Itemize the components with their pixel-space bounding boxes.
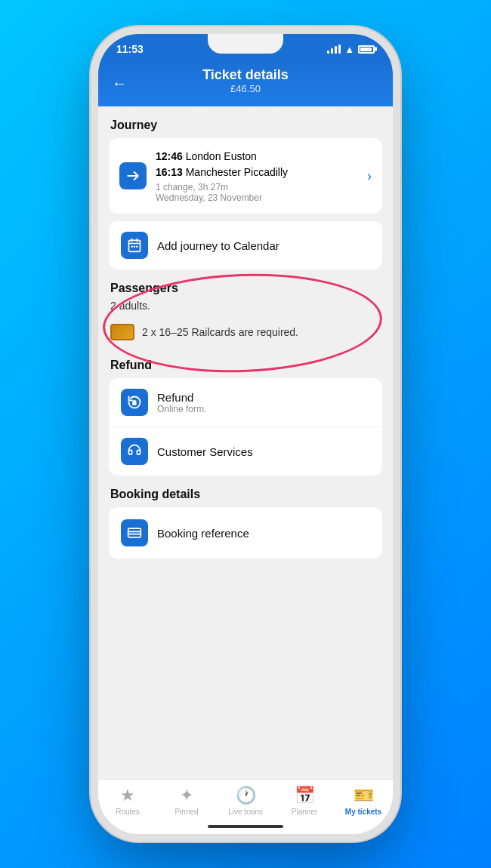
departure-station: London Euston [186, 150, 257, 162]
pinned-icon: ✦ [180, 786, 193, 805]
refund-card: £ Refund Online form. Customer [109, 378, 382, 476]
passengers-section: Passengers 2 adults. 2 x 16–25 Railcards… [109, 282, 382, 346]
journey-card[interactable]: 12:46 London Euston 16:13 Manchester Pic… [109, 138, 382, 214]
journey-chevron-icon: › [367, 168, 372, 184]
arrival-station: Manchester Piccadilly [186, 166, 288, 178]
arrival-time: 16:13 [156, 166, 183, 178]
departure-time: 12:46 [156, 150, 183, 162]
notch [208, 34, 283, 54]
status-bar: 11:53 ▲ [98, 34, 393, 60]
svg-point-1 [131, 245, 133, 248]
booking-section-title: Booking details [109, 488, 382, 501]
passengers-adults: 2 adults. [109, 300, 382, 312]
nav-live-trains[interactable]: 🕐 Live trains [223, 786, 268, 816]
nav-pinned[interactable]: ✦ Pinned [164, 786, 209, 816]
bottom-nav: ★ Routes ✦ Pinned 🕐 Live trains 📅 Planne… [98, 779, 393, 819]
main-content: Journey 12:46 London Euston 16:13 Manche… [98, 106, 393, 779]
svg-text:£: £ [133, 399, 137, 406]
battery-icon [358, 45, 375, 54]
page-title: Ticket details [113, 67, 378, 83]
calendar-icon [121, 232, 148, 259]
nav-planner-label: Planner [292, 808, 317, 816]
time-display: 11:53 [116, 43, 144, 55]
home-indicator [98, 819, 393, 834]
journey-icon [119, 162, 147, 189]
svg-rect-5 [128, 528, 141, 537]
passengers-section-title: Passengers [109, 282, 382, 295]
svg-point-3 [136, 245, 138, 248]
railcard-icon [110, 324, 134, 340]
journey-info: 12:46 London Euston 16:13 Manchester Pic… [156, 149, 358, 203]
refund-item-0[interactable]: £ Refund Online form. [109, 378, 382, 427]
calendar-card[interactable]: Add journey to Calendar [109, 221, 382, 269]
refund-info-0: Refund Online form. [157, 391, 206, 414]
refund-section-title: Refund [109, 359, 382, 372]
booking-reference-card[interactable]: Booking reference [109, 507, 382, 559]
nav-routes-label: Routes [116, 808, 140, 816]
calendar-label: Add journey to Calendar [157, 239, 279, 252]
journey-times: 12:46 London Euston 16:13 Manchester Pic… [156, 149, 358, 180]
nav-pinned-label: Pinned [174, 808, 198, 816]
headset-svg [127, 444, 142, 459]
journey-meta: 1 change, 3h 27m Wednesday, 23 November [156, 182, 358, 203]
refund-icon: £ [121, 389, 148, 416]
booking-reference-label: Booking reference [157, 527, 249, 540]
refund-label: Refund [157, 391, 206, 404]
nav-my-tickets[interactable]: 🎫 My tickets [341, 786, 386, 816]
nav-routes[interactable]: ★ Routes [105, 786, 150, 816]
refund-item-1[interactable]: Customer Services [109, 427, 382, 476]
customer-services-icon [121, 438, 148, 465]
status-indicators: ▲ [327, 44, 375, 55]
my-tickets-icon: 🎫 [354, 786, 374, 805]
svg-point-2 [134, 245, 136, 248]
railcard-row: 2 x 16–25 Railcards are required. [109, 318, 382, 346]
nav-my-tickets-label: My tickets [345, 808, 381, 816]
signal-icon [327, 45, 341, 54]
page-header: ← Ticket details £46.50 [98, 60, 393, 106]
phone-frame: 11:53 ▲ ← Ticket details £46.50 Journey [98, 34, 393, 834]
home-indicator-bar [208, 825, 283, 828]
railcard-text: 2 x 16–25 Railcards are required. [142, 326, 298, 338]
calendar-svg [127, 238, 142, 253]
customer-services-label: Customer Services [157, 445, 253, 458]
ticket-price: £46.50 [113, 83, 378, 94]
ticket-svg [127, 525, 142, 540]
wifi-icon: ▲ [344, 44, 354, 55]
nav-live-trains-label: Live trains [228, 808, 263, 816]
refund-sub: Online form. [157, 404, 206, 414]
arrow-right-icon [125, 168, 141, 183]
refund-info-1: Customer Services [157, 445, 253, 458]
booking-icon [121, 519, 148, 546]
live-trains-icon: 🕐 [236, 786, 256, 805]
journey-section-title: Journey [109, 119, 382, 132]
planner-icon: 📅 [295, 786, 315, 805]
refund-svg: £ [127, 395, 142, 410]
routes-icon: ★ [120, 786, 135, 805]
nav-planner[interactable]: 📅 Planner [282, 786, 327, 816]
